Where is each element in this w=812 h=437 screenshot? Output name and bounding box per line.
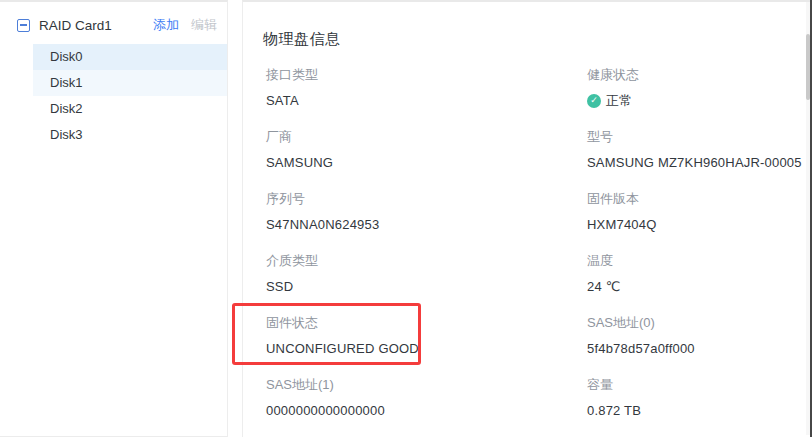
field-grid: 接口类型 SATA 健康状态 ✓ 正常 厂商 SAMSUNG 型号 SAMSUN… [266, 66, 810, 419]
field-serial-number: 序列号 S47NNA0N624953 [266, 190, 587, 233]
field-health-status: 健康状态 ✓ 正常 [587, 66, 810, 109]
field-label: 温度 [587, 252, 810, 269]
field-label: 固件状态 [266, 314, 587, 331]
field-value: HXM7404Q [587, 216, 810, 233]
field-value: S47NNA0N624953 [266, 216, 587, 233]
page-title: 物理盘信息 [263, 30, 810, 49]
field-sas-address-1: SAS地址(1) 0000000000000000 [266, 376, 587, 419]
field-label: 介质类型 [266, 252, 587, 269]
field-value: 24 ℃ [587, 278, 810, 295]
field-value: 5f4b78d57a0ff000 [587, 340, 810, 357]
add-link[interactable]: 添加 [153, 16, 179, 34]
field-media-type: 介质类型 SSD [266, 252, 587, 295]
field-value: SAMSUNG MZ7KH960HAJR-00005 [587, 154, 810, 171]
field-label: SAS地址(1) [266, 376, 587, 393]
field-vendor: 厂商 SAMSUNG [266, 128, 587, 171]
sidebar: RAID Card1 添加 编辑 Disk0 Disk1 Disk2 Disk3 [0, 0, 228, 437]
collapse-minus-icon[interactable] [17, 19, 30, 32]
field-value: SSD [266, 278, 587, 295]
edit-link[interactable]: 编辑 [191, 16, 217, 34]
field-label: 厂商 [266, 128, 587, 145]
disk-list: Disk0 Disk1 Disk2 Disk3 [33, 44, 227, 148]
physical-disk-info-panel: 物理盘信息 接口类型 SATA 健康状态 ✓ 正常 厂商 SAMSUNG 型号 … [242, 0, 810, 437]
field-label: 固件版本 [587, 190, 810, 207]
field-label: 健康状态 [587, 66, 810, 83]
sidebar-item-disk3[interactable]: Disk3 [33, 122, 227, 148]
field-label: SAS地址(0) [587, 314, 810, 331]
field-sas-address-0: SAS地址(0) 5f4b78d57a0ff000 [587, 314, 810, 357]
check-circle-icon: ✓ [587, 94, 601, 108]
field-capacity: 容量 0.872 TB [587, 376, 810, 419]
field-label: 序列号 [266, 190, 587, 207]
field-value: SATA [266, 92, 587, 109]
status-badge: ✓ 正常 [587, 92, 810, 109]
field-label: 型号 [587, 128, 810, 145]
field-temperature: 温度 24 ℃ [587, 252, 810, 295]
sidebar-item-disk1[interactable]: Disk1 [33, 70, 227, 96]
field-interface-type: 接口类型 SATA [266, 66, 587, 109]
sidebar-item-disk0[interactable]: Disk0 [33, 44, 227, 70]
raid-management-page: RAID Card1 添加 编辑 Disk0 Disk1 Disk2 Disk3… [0, 0, 812, 437]
field-value: 0.872 TB [587, 402, 810, 419]
field-firmware-version: 固件版本 HXM7404Q [587, 190, 810, 233]
field-model: 型号 SAMSUNG MZ7KH960HAJR-00005 [587, 128, 810, 171]
field-label: 容量 [587, 376, 810, 393]
field-firmware-state: 固件状态 UNCONFIGURED GOOD [266, 314, 587, 357]
raid-card-label[interactable]: RAID Card1 [39, 18, 147, 33]
field-label: 接口类型 [266, 66, 587, 83]
tree-node-raid-card1: RAID Card1 添加 编辑 [0, 2, 227, 42]
field-value: 正常 [606, 92, 632, 109]
field-value: UNCONFIGURED GOOD [266, 340, 587, 357]
sidebar-item-disk2[interactable]: Disk2 [33, 96, 227, 122]
minus-glyph [20, 24, 27, 26]
field-value: SAMSUNG [266, 154, 587, 171]
field-value: 0000000000000000 [266, 402, 587, 419]
